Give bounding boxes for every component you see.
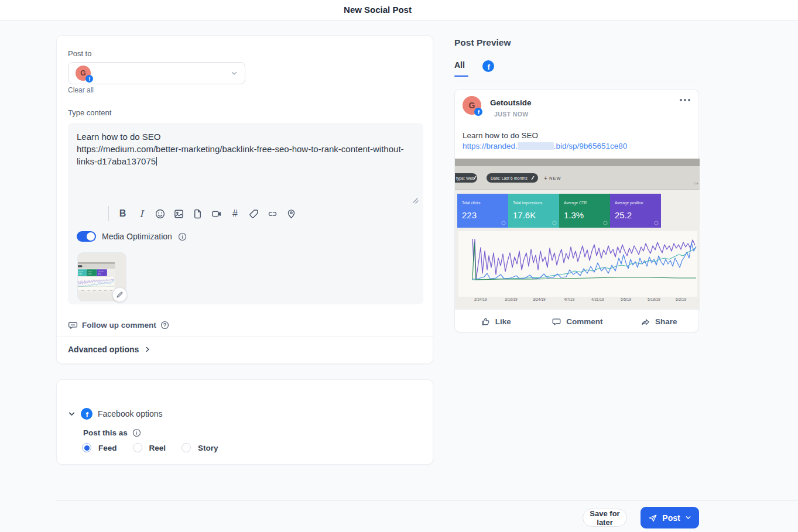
account-select[interactable]: G (68, 62, 245, 84)
preview-action-bar: Like Comment Share (455, 309, 700, 333)
comment-bubble-icon (68, 320, 78, 330)
send-icon (648, 513, 657, 523)
image-icon[interactable] (173, 207, 184, 220)
chevron-down-icon[interactable] (68, 410, 76, 418)
composer-card: Post to G Clear all Type content Learn h… (56, 35, 433, 364)
chevron-right-icon (144, 346, 151, 353)
radio-feed[interactable]: Feed (82, 443, 117, 452)
new-social-post-page: New Social Post Post to G Clear all Type… (0, 0, 798, 532)
info-icon[interactable] (178, 232, 187, 241)
preview-avatar: G (463, 96, 481, 115)
chevron-down-icon[interactable] (685, 514, 691, 521)
facebook-badge-icon (474, 108, 482, 116)
chevron-down-icon[interactable] (231, 70, 238, 77)
advanced-options-button[interactable]: Advanced options (68, 345, 151, 354)
post-this-as-label: Post this as (83, 428, 128, 437)
page-title: New Social Post (344, 5, 412, 15)
radio-button[interactable] (181, 443, 191, 452)
redacted-link-segment (518, 142, 554, 150)
facebook-options-card: Facebook options Post this as Feed Reel … (56, 379, 433, 465)
analytics-dashboard-photo (455, 159, 700, 309)
content-text[interactable]: Learn how to do SEO https://medium.com/b… (77, 131, 414, 167)
pencil-icon (116, 291, 124, 298)
file-icon[interactable] (192, 207, 203, 220)
account-avatar: G (76, 66, 91, 81)
post-to-label: Post to (68, 49, 91, 58)
media-optimization-label: Media Optimization (102, 232, 172, 241)
follow-up-comment-label: Follow up comment (82, 321, 156, 330)
hashtag-icon[interactable]: # (230, 207, 241, 220)
emoji-icon[interactable] (155, 207, 166, 220)
clear-all-link[interactable]: Clear all (68, 86, 94, 94)
active-tab-underline (454, 75, 468, 77)
footer-divider (56, 500, 798, 501)
preview-author: Getoutside (490, 98, 532, 107)
preview-post-link[interactable]: https://branded..bid/sp/9b65651ce80 (463, 142, 627, 150)
radio-story[interactable]: Story (181, 443, 218, 452)
tab-all[interactable]: All (454, 60, 465, 70)
post-preview-card: G Getoutside JUST NOW Learn how to do SE… (454, 89, 699, 332)
preview-timestamp: JUST NOW (494, 111, 529, 118)
radio-reel[interactable]: Reel (133, 443, 166, 452)
facebook-badge-icon (85, 75, 93, 83)
italic-icon[interactable]: I (136, 207, 147, 220)
edit-media-button[interactable] (112, 287, 127, 302)
location-icon[interactable] (286, 207, 297, 220)
more-options-icon[interactable] (680, 99, 690, 101)
share-button[interactable]: Share (618, 310, 700, 333)
media-optimization-row: Media Optimization (77, 231, 187, 242)
follow-up-comment-button[interactable]: Follow up comment (68, 320, 169, 330)
thumbs-up-icon (481, 317, 491, 327)
post-this-as-row: Post this as (83, 428, 141, 437)
content-editor[interactable]: Learn how to do SEO https://medium.com/b… (68, 123, 423, 304)
media-optimization-toggle[interactable] (77, 231, 96, 242)
advanced-options-label: Advanced options (68, 345, 139, 354)
help-icon[interactable] (160, 321, 169, 330)
text-cursor (156, 157, 157, 166)
comment-button[interactable]: Comment (536, 310, 618, 333)
info-icon[interactable] (132, 428, 141, 437)
save-for-later-button[interactable]: Save for later (583, 509, 627, 527)
radio-button-selected[interactable] (82, 443, 91, 452)
post-button[interactable]: Post (641, 507, 699, 528)
type-content-label: Type content (68, 108, 111, 117)
editor-toolbar: B I # (108, 206, 297, 221)
bold-icon[interactable]: B (117, 207, 128, 220)
resize-handle-icon[interactable] (411, 196, 419, 204)
post-type-radio-group: Feed Reel Story (82, 443, 218, 452)
video-icon[interactable] (211, 207, 222, 220)
preview-post-image[interactable] (455, 159, 700, 309)
card-divider (57, 336, 434, 337)
top-header: New Social Post (0, 0, 798, 20)
facebook-icon (81, 408, 93, 420)
tabs-divider (454, 81, 699, 81)
like-button[interactable]: Like (455, 310, 536, 333)
comment-icon (552, 317, 561, 327)
share-arrow-icon (641, 317, 650, 327)
facebook-options-title: Facebook options (98, 409, 163, 418)
preview-post-text: Learn how to do SEO (463, 131, 538, 140)
facebook-options-header[interactable]: Facebook options (68, 408, 163, 420)
tag-icon[interactable] (248, 207, 259, 220)
radio-button[interactable] (133, 443, 142, 452)
tab-facebook[interactable] (482, 60, 494, 72)
link-icon[interactable] (267, 207, 278, 220)
post-preview-title: Post Preview (454, 37, 511, 48)
